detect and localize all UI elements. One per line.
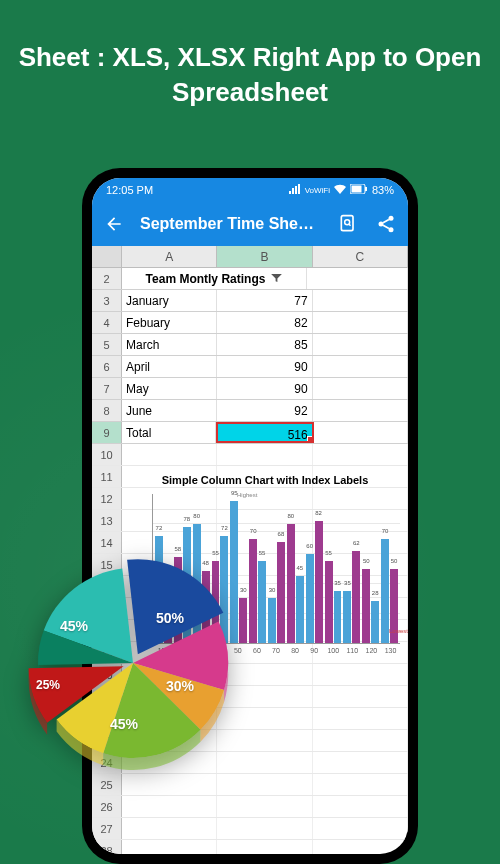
search-in-doc-icon[interactable] [336,212,360,236]
table-row[interactable]: 4 Febuary 82 [92,312,408,334]
cell[interactable] [307,268,408,289]
table-row[interactable]: 27 [92,818,408,840]
cell[interactable] [313,730,408,751]
cell[interactable] [313,400,408,421]
cell[interactable]: May [122,378,217,399]
col-header-b[interactable]: B [217,246,312,267]
cell[interactable]: 82 [217,312,312,333]
row-header[interactable]: 4 [92,312,122,333]
col-header-a[interactable]: A [122,246,217,267]
cell[interactable] [313,708,408,729]
cell[interactable] [313,664,408,685]
share-icon[interactable] [374,212,398,236]
row-header[interactable]: 10 [92,444,122,465]
cell[interactable]: 85 [217,334,312,355]
cell[interactable] [122,796,217,817]
cell[interactable] [313,290,408,311]
chart-bar: 55 [325,561,333,643]
svg-point-7 [379,222,384,227]
cell[interactable] [313,840,408,854]
row-header[interactable]: 9 [92,422,122,443]
document-title: September Time Sheet... [140,215,322,233]
cell[interactable] [217,818,312,839]
cell[interactable]: Total [122,422,216,443]
table-row[interactable]: 3 January 77 [92,290,408,312]
chart-bar: 62 [352,551,360,643]
cell[interactable] [313,796,408,817]
table-row-total[interactable]: 9 Total 516 [92,422,408,444]
cell[interactable] [313,752,408,773]
svg-line-10 [383,225,389,228]
table-title-cell[interactable]: Team Montly Ratings [122,268,307,289]
row-header[interactable]: 6 [92,356,122,377]
chart-bar: 30 [268,598,276,643]
row-header[interactable]: 13 [92,510,122,531]
cell[interactable] [314,422,408,443]
cell[interactable]: Febuary [122,312,217,333]
cell[interactable]: June [122,400,217,421]
cell[interactable]: 92 [217,400,312,421]
cell[interactable]: 90 [217,356,312,377]
row-header[interactable]: 28 [92,840,122,854]
cell[interactable] [122,818,217,839]
row-header[interactable]: 27 [92,818,122,839]
pie-chart: 45% 50% 30% 45% 25% [18,548,248,778]
table-row[interactable]: 6 April 90 [92,356,408,378]
cell[interactable] [313,334,408,355]
filter-icon[interactable] [271,274,282,283]
table-row[interactable]: 26 [92,796,408,818]
cell[interactable]: 90 [217,378,312,399]
cell[interactable] [313,356,408,377]
row-header[interactable]: 26 [92,796,122,817]
wifi-arc-icon [334,184,346,196]
cell[interactable]: April [122,356,217,377]
cell[interactable] [313,312,408,333]
pie-slice-label: 45% [110,716,138,732]
table-row[interactable]: 7 May 90 [92,378,408,400]
cell[interactable] [313,378,408,399]
row-header[interactable]: 7 [92,378,122,399]
cell[interactable] [313,818,408,839]
chart-bar: 50 [362,569,370,644]
cell[interactable] [217,444,312,465]
cell[interactable] [313,774,408,795]
cell[interactable] [217,840,312,854]
cell[interactable] [217,796,312,817]
cell[interactable]: January [122,290,217,311]
chart-bar: 45 [296,576,304,643]
lowest-annotation: Lowest [389,628,408,634]
svg-line-5 [349,224,351,226]
selected-cell[interactable]: 516 [216,422,313,443]
cell[interactable] [313,444,408,465]
chart-bar: 70 [381,539,389,643]
cell[interactable] [122,444,217,465]
battery-icon [350,184,368,196]
pie-slice-label: 30% [166,678,194,694]
back-icon[interactable] [102,212,126,236]
cell[interactable]: 77 [217,290,312,311]
table-row[interactable]: 2 Team Montly Ratings [92,268,408,290]
cell[interactable] [313,686,408,707]
row-header[interactable]: 11 [92,466,122,487]
table-row[interactable]: 8 June 92 [92,400,408,422]
cell[interactable] [122,840,217,854]
table-row[interactable]: 28 [92,840,408,854]
pie-slice-label: 25% [36,678,60,692]
chart-bar: 80 [287,524,295,643]
cell[interactable]: March [122,334,217,355]
table-row[interactable]: 5 March 85 [92,334,408,356]
row-header[interactable]: 3 [92,290,122,311]
status-time: 12:05 PM [106,184,153,196]
wifi-icon: VoWiFi [305,186,330,195]
svg-point-6 [389,216,394,221]
row-header[interactable]: 2 [92,268,122,289]
row-header[interactable]: 12 [92,488,122,509]
hero-title: Sheet : XLS, XLSX Right App to Open Spre… [0,0,500,140]
table-row[interactable]: 10 [92,444,408,466]
column-headers: A B C [92,246,408,268]
row-header[interactable]: 8 [92,400,122,421]
pie-slice-label: 45% [60,618,88,634]
svg-rect-2 [365,187,367,191]
col-header-c[interactable]: C [313,246,408,267]
row-header[interactable]: 5 [92,334,122,355]
